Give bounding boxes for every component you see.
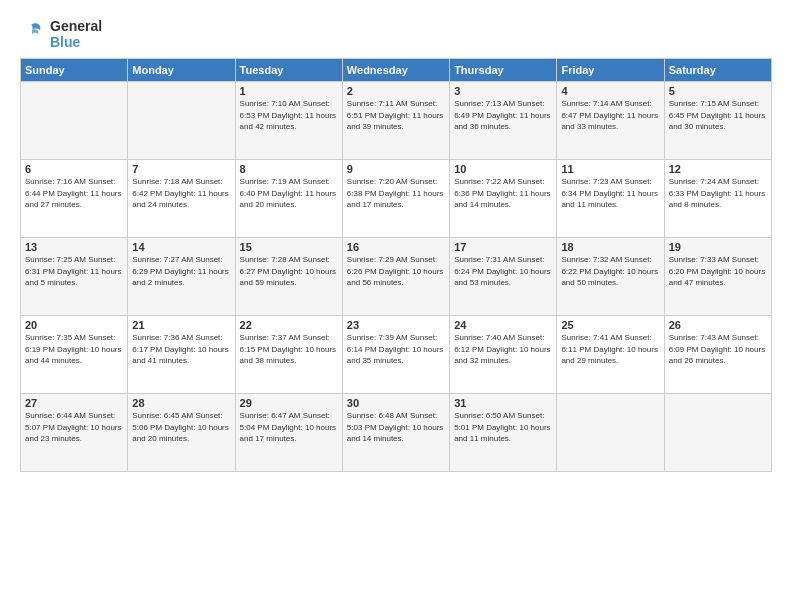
day-info: Sunrise: 7:29 AM Sunset: 6:26 PM Dayligh…	[347, 254, 445, 289]
day-cell: 7Sunrise: 7:18 AM Sunset: 6:42 PM Daylig…	[128, 160, 235, 238]
day-info: Sunrise: 7:24 AM Sunset: 6:33 PM Dayligh…	[669, 176, 767, 211]
day-number: 8	[240, 163, 338, 175]
day-number: 7	[132, 163, 230, 175]
day-info: Sunrise: 7:11 AM Sunset: 6:51 PM Dayligh…	[347, 98, 445, 133]
day-cell: 20Sunrise: 7:35 AM Sunset: 6:19 PM Dayli…	[21, 316, 128, 394]
day-info: Sunrise: 7:41 AM Sunset: 6:11 PM Dayligh…	[561, 332, 659, 367]
day-info: Sunrise: 6:45 AM Sunset: 5:06 PM Dayligh…	[132, 410, 230, 445]
day-cell: 28Sunrise: 6:45 AM Sunset: 5:06 PM Dayli…	[128, 394, 235, 472]
day-info: Sunrise: 7:19 AM Sunset: 6:40 PM Dayligh…	[240, 176, 338, 211]
day-cell: 17Sunrise: 7:31 AM Sunset: 6:24 PM Dayli…	[450, 238, 557, 316]
day-info: Sunrise: 7:37 AM Sunset: 6:15 PM Dayligh…	[240, 332, 338, 367]
day-number: 28	[132, 397, 230, 409]
day-number: 11	[561, 163, 659, 175]
day-number: 31	[454, 397, 552, 409]
day-cell: 16Sunrise: 7:29 AM Sunset: 6:26 PM Dayli…	[342, 238, 449, 316]
day-number: 17	[454, 241, 552, 253]
day-info: Sunrise: 6:47 AM Sunset: 5:04 PM Dayligh…	[240, 410, 338, 445]
day-cell: 1Sunrise: 7:10 AM Sunset: 6:53 PM Daylig…	[235, 82, 342, 160]
day-number: 22	[240, 319, 338, 331]
day-number: 10	[454, 163, 552, 175]
day-number: 25	[561, 319, 659, 331]
header-row: SundayMondayTuesdayWednesdayThursdayFrid…	[21, 59, 772, 82]
logo-bird-icon	[20, 20, 44, 48]
day-cell: 8Sunrise: 7:19 AM Sunset: 6:40 PM Daylig…	[235, 160, 342, 238]
day-number: 29	[240, 397, 338, 409]
day-cell: 11Sunrise: 7:23 AM Sunset: 6:34 PM Dayli…	[557, 160, 664, 238]
day-cell	[21, 82, 128, 160]
day-number: 3	[454, 85, 552, 97]
calendar-table: SundayMondayTuesdayWednesdayThursdayFrid…	[20, 58, 772, 472]
day-cell: 3Sunrise: 7:13 AM Sunset: 6:49 PM Daylig…	[450, 82, 557, 160]
week-row-4: 20Sunrise: 7:35 AM Sunset: 6:19 PM Dayli…	[21, 316, 772, 394]
day-cell: 25Sunrise: 7:41 AM Sunset: 6:11 PM Dayli…	[557, 316, 664, 394]
col-header-saturday: Saturday	[664, 59, 771, 82]
day-info: Sunrise: 7:22 AM Sunset: 6:36 PM Dayligh…	[454, 176, 552, 211]
day-info: Sunrise: 7:23 AM Sunset: 6:34 PM Dayligh…	[561, 176, 659, 211]
day-info: Sunrise: 7:39 AM Sunset: 6:14 PM Dayligh…	[347, 332, 445, 367]
col-header-monday: Monday	[128, 59, 235, 82]
day-cell: 30Sunrise: 6:48 AM Sunset: 5:03 PM Dayli…	[342, 394, 449, 472]
day-info: Sunrise: 7:33 AM Sunset: 6:20 PM Dayligh…	[669, 254, 767, 289]
day-cell: 5Sunrise: 7:15 AM Sunset: 6:45 PM Daylig…	[664, 82, 771, 160]
day-number: 14	[132, 241, 230, 253]
day-cell: 10Sunrise: 7:22 AM Sunset: 6:36 PM Dayli…	[450, 160, 557, 238]
day-info: Sunrise: 6:44 AM Sunset: 5:07 PM Dayligh…	[25, 410, 123, 445]
day-cell: 22Sunrise: 7:37 AM Sunset: 6:15 PM Dayli…	[235, 316, 342, 394]
logo-line1: General	[50, 18, 102, 34]
day-cell: 27Sunrise: 6:44 AM Sunset: 5:07 PM Dayli…	[21, 394, 128, 472]
day-cell: 21Sunrise: 7:36 AM Sunset: 6:17 PM Dayli…	[128, 316, 235, 394]
day-info: Sunrise: 7:43 AM Sunset: 6:09 PM Dayligh…	[669, 332, 767, 367]
col-header-thursday: Thursday	[450, 59, 557, 82]
day-number: 26	[669, 319, 767, 331]
day-number: 30	[347, 397, 445, 409]
day-number: 4	[561, 85, 659, 97]
col-header-tuesday: Tuesday	[235, 59, 342, 82]
day-number: 21	[132, 319, 230, 331]
day-number: 1	[240, 85, 338, 97]
day-info: Sunrise: 7:15 AM Sunset: 6:45 PM Dayligh…	[669, 98, 767, 133]
day-number: 16	[347, 241, 445, 253]
day-number: 23	[347, 319, 445, 331]
header: General Blue	[20, 18, 772, 50]
day-info: Sunrise: 7:32 AM Sunset: 6:22 PM Dayligh…	[561, 254, 659, 289]
day-info: Sunrise: 7:10 AM Sunset: 6:53 PM Dayligh…	[240, 98, 338, 133]
page: General Blue SundayMondayTuesdayWednesda…	[0, 0, 792, 612]
day-info: Sunrise: 7:16 AM Sunset: 6:44 PM Dayligh…	[25, 176, 123, 211]
col-header-sunday: Sunday	[21, 59, 128, 82]
day-info: Sunrise: 7:40 AM Sunset: 6:12 PM Dayligh…	[454, 332, 552, 367]
day-info: Sunrise: 7:35 AM Sunset: 6:19 PM Dayligh…	[25, 332, 123, 367]
day-cell: 12Sunrise: 7:24 AM Sunset: 6:33 PM Dayli…	[664, 160, 771, 238]
day-number: 15	[240, 241, 338, 253]
day-number: 13	[25, 241, 123, 253]
day-number: 5	[669, 85, 767, 97]
day-cell	[557, 394, 664, 472]
week-row-3: 13Sunrise: 7:25 AM Sunset: 6:31 PM Dayli…	[21, 238, 772, 316]
day-cell: 2Sunrise: 7:11 AM Sunset: 6:51 PM Daylig…	[342, 82, 449, 160]
day-cell: 24Sunrise: 7:40 AM Sunset: 6:12 PM Dayli…	[450, 316, 557, 394]
day-cell: 4Sunrise: 7:14 AM Sunset: 6:47 PM Daylig…	[557, 82, 664, 160]
day-cell: 31Sunrise: 6:50 AM Sunset: 5:01 PM Dayli…	[450, 394, 557, 472]
day-number: 12	[669, 163, 767, 175]
week-row-1: 1Sunrise: 7:10 AM Sunset: 6:53 PM Daylig…	[21, 82, 772, 160]
day-cell: 29Sunrise: 6:47 AM Sunset: 5:04 PM Dayli…	[235, 394, 342, 472]
day-cell: 14Sunrise: 7:27 AM Sunset: 6:29 PM Dayli…	[128, 238, 235, 316]
day-cell: 6Sunrise: 7:16 AM Sunset: 6:44 PM Daylig…	[21, 160, 128, 238]
day-number: 19	[669, 241, 767, 253]
logo: General Blue	[20, 18, 102, 50]
day-info: Sunrise: 7:31 AM Sunset: 6:24 PM Dayligh…	[454, 254, 552, 289]
day-info: Sunrise: 7:14 AM Sunset: 6:47 PM Dayligh…	[561, 98, 659, 133]
day-cell: 19Sunrise: 7:33 AM Sunset: 6:20 PM Dayli…	[664, 238, 771, 316]
day-number: 9	[347, 163, 445, 175]
day-info: Sunrise: 7:28 AM Sunset: 6:27 PM Dayligh…	[240, 254, 338, 289]
day-cell: 18Sunrise: 7:32 AM Sunset: 6:22 PM Dayli…	[557, 238, 664, 316]
day-cell: 23Sunrise: 7:39 AM Sunset: 6:14 PM Dayli…	[342, 316, 449, 394]
day-cell: 13Sunrise: 7:25 AM Sunset: 6:31 PM Dayli…	[21, 238, 128, 316]
day-info: Sunrise: 6:50 AM Sunset: 5:01 PM Dayligh…	[454, 410, 552, 445]
day-info: Sunrise: 7:13 AM Sunset: 6:49 PM Dayligh…	[454, 98, 552, 133]
week-row-2: 6Sunrise: 7:16 AM Sunset: 6:44 PM Daylig…	[21, 160, 772, 238]
day-info: Sunrise: 7:18 AM Sunset: 6:42 PM Dayligh…	[132, 176, 230, 211]
day-number: 2	[347, 85, 445, 97]
col-header-wednesday: Wednesday	[342, 59, 449, 82]
day-info: Sunrise: 7:25 AM Sunset: 6:31 PM Dayligh…	[25, 254, 123, 289]
